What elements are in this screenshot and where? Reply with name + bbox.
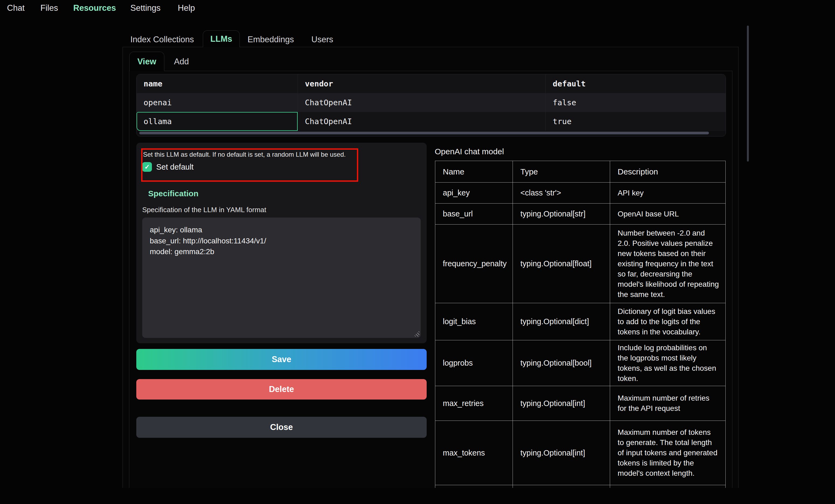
llm-table-header-row: name vendor default: [137, 74, 726, 93]
table-row: frequency_penalty typing.Optional[float]…: [435, 225, 726, 303]
param-name: base_url: [435, 204, 513, 225]
param-type: typing.Optional[int]: [513, 421, 610, 485]
close-button[interactable]: Close: [136, 417, 427, 438]
llm-row-ollama-selected[interactable]: ollama ChatOpenAI true: [137, 112, 726, 131]
param-description: OpenAI base URL: [610, 204, 726, 225]
llm-cell-vendor[interactable]: ChatOpenAI: [298, 93, 546, 112]
page-scrollbar-thumb[interactable]: [747, 26, 749, 162]
llm-header-default: default: [546, 74, 726, 93]
nav-item-chat[interactable]: Chat: [7, 3, 24, 13]
table-row: api_key <class 'str'> API key: [435, 183, 726, 204]
param-description: Number between -2.0 and 2.0. Positive va…: [610, 225, 726, 303]
param-name: api_key: [435, 183, 513, 204]
table-row: logit_bias typing.Optional[dict] Diction…: [435, 303, 726, 340]
subtab-view-active[interactable]: View: [129, 52, 164, 71]
llm-cell-name[interactable]: openai: [137, 93, 298, 112]
app-root: { "nav": { "items": [ { "label": "Chat" …: [0, 0, 835, 504]
param-description: Maximum number of retries for the API re…: [610, 386, 726, 421]
nav-item-resources[interactable]: Resources: [73, 3, 116, 13]
save-button[interactable]: Save: [136, 349, 427, 370]
textarea-resize-handle-icon[interactable]: [413, 331, 420, 337]
horizontal-scrollbar-thumb[interactable]: [139, 132, 709, 134]
llm-header-vendor: vendor: [298, 74, 546, 93]
llm-cell-name[interactable]: ollama: [137, 112, 298, 131]
set-default-label: Set default: [156, 163, 194, 171]
detail-header-description: Description: [610, 161, 726, 183]
param-description: Maximum number of tokens to generate. Th…: [610, 421, 726, 485]
param-type: typing.Optional[dict]: [513, 303, 610, 340]
tab-llms-label: LLMs: [210, 34, 232, 44]
tab-index-collections[interactable]: Index Collections: [130, 35, 194, 44]
nav-item-settings[interactable]: Settings: [130, 3, 161, 13]
specification-sublabel: Specification of the LLM in YAML format: [142, 206, 266, 214]
checkmark-icon: ✓: [144, 163, 150, 171]
detail-panel-title: OpenAI chat model: [435, 147, 504, 156]
yaml-line: model: gemma2:2b: [150, 246, 413, 257]
table-row: max_retries typing.Optional[int] Maximum…: [435, 386, 726, 421]
param-name: max_retries: [435, 386, 513, 421]
param-name: [435, 485, 513, 488]
param-name: frequency_penalty: [435, 225, 513, 303]
param-description: API key: [610, 183, 726, 204]
param-type: typing.Optional[bool]: [513, 340, 610, 386]
yaml-line: api_key: ollama: [150, 225, 413, 236]
llm-cell-vendor[interactable]: ChatOpenAI: [298, 112, 546, 131]
table-row: logprobs typing.Optional[bool] Include l…: [435, 340, 726, 386]
llm-list-table: name vendor default openai ChatOpenAI fa…: [136, 74, 726, 136]
llm-row-openai[interactable]: openai ChatOpenAI false: [137, 93, 726, 112]
yaml-specification-textarea[interactable]: api_key: ollama base_url: http://localho…: [142, 217, 421, 338]
llm-table-horizontal-scrollbar[interactable]: [137, 130, 726, 136]
llm-cell-name-text: ollama: [144, 117, 172, 126]
set-default-checkbox[interactable]: ✓: [142, 162, 152, 172]
set-default-help-text: Set this LLM as default. If no default i…: [143, 151, 356, 158]
specification-heading: Specification: [148, 189, 199, 198]
nav-item-files[interactable]: Files: [40, 3, 58, 13]
param-description: Dictionary of logit bias values to add t…: [610, 303, 726, 340]
param-type: typing.Optional[int]: [513, 386, 610, 421]
param-name: logit_bias: [435, 303, 513, 340]
llm-cell-default[interactable]: true: [546, 112, 726, 131]
param-type: typing.Optional[float]: [513, 225, 610, 303]
param-type: [513, 485, 610, 488]
subtab-add[interactable]: Add: [174, 57, 189, 66]
nav-item-help[interactable]: Help: [178, 3, 195, 13]
llm-cell-default[interactable]: false: [546, 93, 726, 112]
param-type: typing.Optional[str]: [513, 204, 610, 225]
table-row: max_tokens typing.Optional[int] Maximum …: [435, 421, 726, 485]
param-type: <class 'str'>: [513, 183, 610, 204]
table-row: base_url typing.Optional[str] OpenAI bas…: [435, 204, 726, 225]
delete-button[interactable]: Delete: [136, 379, 427, 400]
detail-header-type: Type: [513, 161, 610, 183]
llm-header-name: name: [137, 74, 298, 93]
yaml-line: base_url: http://localhost:11434/v1/: [150, 236, 413, 247]
param-description: [610, 485, 726, 488]
detail-header-name: Name: [435, 161, 513, 183]
table-row-clipped: [435, 485, 726, 488]
param-description: Include log probabilities on the logprob…: [610, 340, 726, 386]
param-name: logprobs: [435, 340, 513, 386]
subtab-view-label: View: [137, 57, 156, 66]
param-name: max_tokens: [435, 421, 513, 485]
tab-users[interactable]: Users: [311, 35, 333, 44]
model-parameters-table: Name Type Description api_key <class 'st…: [435, 161, 726, 488]
tab-embeddings[interactable]: Embeddings: [247, 35, 294, 44]
detail-header-row: Name Type Description: [435, 161, 726, 183]
tab-llms-active[interactable]: LLMs: [203, 30, 240, 47]
